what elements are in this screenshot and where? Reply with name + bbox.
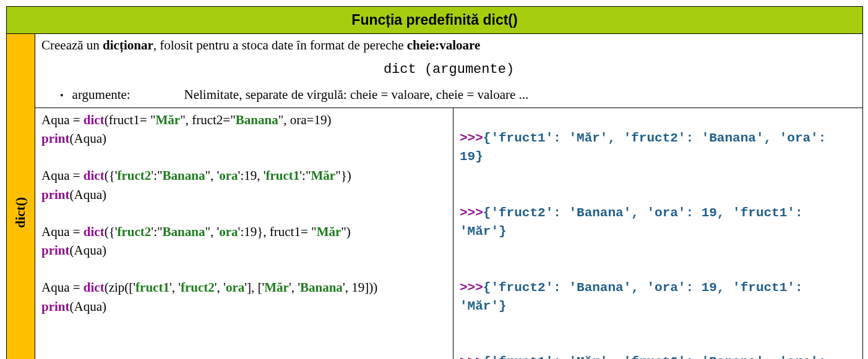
desc-bold: cheie:valoare (407, 38, 481, 53)
cf: ", ' (205, 168, 219, 183)
desc-bold: dicționar (103, 38, 153, 53)
blank-line (41, 204, 447, 222)
cf: Aqua = (41, 224, 84, 239)
cf: fruct1 (135, 280, 170, 295)
output-text: {'fruct2': 'Banana', 'ora': 19, 'fruct1'… (460, 281, 803, 313)
code-line: print(Aqua) (41, 185, 447, 204)
out-blank (460, 167, 856, 185)
output-text: {'fruct1': 'Măr', 'fruct2': 'Banana', 'o… (460, 355, 826, 359)
cf: print (41, 243, 70, 258)
cf: ") (341, 224, 351, 239)
cf: print (41, 187, 70, 202)
cf: ':19, ' (238, 168, 266, 183)
cf: ({' (105, 224, 118, 239)
cf: (Aqua) (70, 299, 106, 314)
prompt: >>> (460, 131, 483, 145)
cf: ':19}, fruct1= " (238, 224, 317, 239)
out-blank (460, 260, 856, 278)
cf: ', ' (289, 280, 300, 295)
code-input-column: Aqua = dict(fruct1= "Măr", fruct2="Banan… (35, 108, 453, 359)
cf: fruct1 (266, 168, 300, 183)
cf: (Aqua) (70, 187, 106, 202)
cf: Banana (300, 280, 343, 295)
content-column: Creează un dicționar, folosit pentru a s… (35, 34, 862, 359)
cf: ora (219, 224, 238, 239)
code-line: Aqua = dict({'fruct2':"Banana", 'ora':19… (41, 222, 447, 241)
blank-line (41, 260, 447, 278)
description-text: Creează un dicționar, folosit pentru a s… (41, 38, 856, 53)
cf: ", ora=19) (278, 112, 332, 127)
cf: ':" (151, 224, 162, 239)
code-line: print(Aqua) (41, 129, 447, 148)
cf: print (41, 299, 70, 314)
arg-description: Nelimitate, separate de virgulă: cheie =… (184, 87, 529, 102)
syntax-line: dict (argumente) (41, 62, 856, 77)
cf: Aqua = (41, 280, 84, 295)
cf: ':" (299, 168, 311, 183)
prompt: >>> (460, 355, 483, 359)
cf: ':" (151, 168, 162, 183)
output-line: >>>{'fruct1': 'Măr', 'fruct2': 'Banana',… (460, 129, 856, 166)
desc-frag: Creează un (41, 38, 103, 53)
cf: dict (84, 112, 105, 127)
prompt: >>> (460, 206, 483, 220)
table-header: Funcția predefinită dict() (7, 7, 862, 34)
bullet-icon: argumente: (60, 87, 110, 103)
code-line: Aqua = dict({'fruct2':"Banana", 'ora':19… (41, 166, 447, 185)
cf: Banana (163, 224, 205, 239)
cf: (Aqua) (70, 243, 106, 258)
cf: (fruct1= " (105, 112, 156, 127)
out-blank (460, 185, 856, 204)
cf: print (41, 131, 70, 146)
code-line: print(Aqua) (41, 297, 447, 316)
argument-line: argumente: Nelimitate, separate de virgu… (41, 87, 856, 103)
output-line: >>>{'fruct2': 'Banana', 'ora': 19, 'fruc… (460, 279, 856, 316)
cf: Banana (163, 168, 205, 183)
cf: dict (84, 224, 105, 239)
code-line: print(Aqua) (41, 241, 447, 260)
output-text: {'fruct1': 'Măr', 'fruct2': 'Banana', 'o… (460, 131, 826, 164)
cf: ora (226, 280, 244, 295)
output-line: >>>{'fruct2': 'Banana', 'ora': 19, 'fruc… (460, 204, 856, 241)
cf: '], [' (244, 280, 264, 295)
desc-frag: , folosit pentru a stoca date în format … (153, 38, 407, 53)
cf: Banana (236, 112, 278, 127)
cf: Măr (311, 168, 336, 183)
cf: dict (84, 168, 105, 183)
cf: Măr (317, 224, 342, 239)
arg-label: argumente: (72, 87, 131, 102)
examples-block: Aqua = dict(fruct1= "Măr", fruct2="Banan… (35, 108, 862, 359)
function-name-label: dict() (13, 197, 29, 228)
cf: dict (84, 280, 105, 295)
cf: ", ' (205, 224, 219, 239)
prompt: >>> (460, 281, 483, 295)
cf: (Aqua) (70, 131, 106, 146)
description-block: Creează un dicționar, folosit pentru a s… (35, 34, 862, 108)
code-output-column: >>>{'fruct1': 'Măr', 'fruct2': 'Banana',… (453, 108, 862, 359)
cf: Măr (155, 112, 180, 127)
cf: fruct2 (118, 224, 152, 239)
cf: ({' (105, 168, 118, 183)
function-name-sidebar: dict() (7, 34, 35, 359)
output-line: >>>{'fruct1': 'Măr', 'fruct2': 'Banana',… (460, 353, 856, 359)
cf: Măr (264, 280, 289, 295)
cf: ora (219, 168, 238, 183)
output-text: {'fruct2': 'Banana', 'ora': 19, 'fruct1'… (460, 206, 803, 239)
cf: ', ' (170, 280, 181, 295)
code-line: Aqua = dict(fruct1= "Măr", fruct2="Banan… (41, 111, 447, 129)
blank-line (41, 148, 447, 166)
cf: Aqua = (41, 112, 84, 127)
out-blank (460, 334, 856, 353)
cf: fruct2 (118, 168, 152, 183)
out-blank (460, 241, 856, 260)
cf: (zip([' (105, 280, 135, 295)
table-body: dict() Creează un dicționar, folosit pen… (7, 34, 862, 359)
cf: Aqua = (41, 168, 84, 183)
cf: ', 19])) (343, 280, 377, 295)
out-blank (460, 316, 856, 334)
cf: ", fruct2=" (180, 112, 236, 127)
code-line: Aqua = dict(zip(['fruct1', 'fruct2', 'or… (41, 278, 447, 297)
out-blank (460, 111, 856, 129)
cf: fruct2 (181, 280, 215, 295)
reference-table: Funcția predefinită dict() dict() Creeaz… (6, 6, 863, 359)
